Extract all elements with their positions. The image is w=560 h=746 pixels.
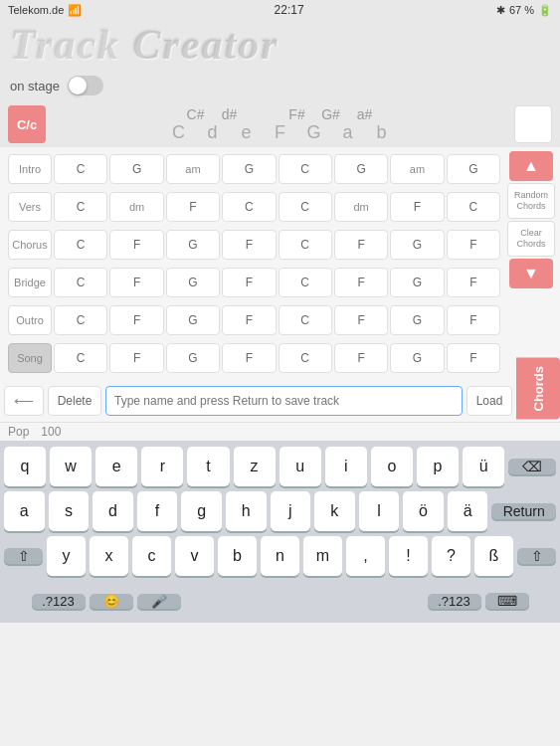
chord-cell[interactable]: C [279,192,332,222]
key-oe[interactable]: ö [403,491,444,531]
chord-cell[interactable]: G [390,343,444,373]
chord-cell[interactable]: C [222,192,276,222]
chord-cell[interactable]: dm [109,192,163,222]
key-f-sharp[interactable]: F# [286,106,308,122]
key-r[interactable]: r [141,447,183,486]
key-m[interactable]: m [303,536,342,576]
key-g[interactable]: G [303,122,325,143]
chord-cell[interactable]: F [447,268,500,297]
key-a-sharp[interactable]: a# [354,106,376,122]
key-h[interactable]: h [226,491,267,531]
chords-tab[interactable]: Chords [516,358,560,420]
shift-left-key[interactable]: ⇧ [4,548,43,564]
mic-key[interactable]: 🎤 [137,594,181,609]
backspace-key[interactable]: ⌫ [508,459,556,474]
key-u[interactable]: u [280,447,321,486]
chord-cell[interactable]: G [166,343,220,373]
key-z[interactable]: z [234,447,276,486]
chord-cell[interactable]: C [279,230,332,260]
chord-cell[interactable]: F [390,192,444,222]
delete-button[interactable]: Delete [48,386,101,416]
chord-cell[interactable]: F [447,305,500,335]
num-right-key[interactable]: .?123 [428,594,481,609]
chord-cell[interactable]: F [222,230,276,260]
chord-cell[interactable]: C [54,154,107,184]
key-v[interactable]: v [175,536,214,576]
chord-cell[interactable]: F [334,268,388,297]
key-a[interactable]: a [337,122,359,143]
track-label-song[interactable]: Song [8,343,52,373]
chord-cell[interactable]: G [447,154,500,184]
key-cc-button[interactable]: C/c [8,105,46,143]
key-e[interactable]: e [236,122,258,143]
key-s[interactable]: s [49,491,90,531]
on-stage-toggle[interactable] [68,76,103,95]
chord-cell[interactable]: F [109,343,163,373]
chord-cell[interactable]: C [447,192,500,222]
emoji-key[interactable]: 😊 [90,594,133,609]
key-e[interactable]: e [95,447,137,486]
track-label-chorus[interactable]: Chorus [8,230,52,260]
key-l[interactable]: l [359,491,400,531]
track-label-outro[interactable]: Outro [8,305,52,335]
chord-cell[interactable]: C [54,192,107,222]
key-c[interactable]: C [168,122,190,143]
chord-cell[interactable]: F [222,305,276,335]
chord-cell[interactable]: am [390,154,444,184]
key-k[interactable]: k [314,491,355,531]
key-ss[interactable]: ß [474,536,513,576]
chord-cell[interactable]: G [390,305,444,335]
chord-cell[interactable]: F [109,268,163,297]
chord-cell[interactable]: C [54,305,107,335]
chord-cell[interactable]: am [166,154,220,184]
key-y[interactable]: y [47,536,86,576]
chord-cell[interactable]: G [334,154,388,184]
chord-cell[interactable]: G [166,230,220,260]
arrow-down-button[interactable]: ▼ [509,259,553,288]
key-i[interactable]: i [325,447,367,486]
chord-cell[interactable]: F [447,343,500,373]
shift-right-key[interactable]: ⇧ [517,548,556,564]
num-left-key[interactable]: .?123 [32,594,86,609]
key-p[interactable]: p [417,447,459,486]
key-n[interactable]: n [261,536,299,576]
chord-cell[interactable]: C [279,268,332,297]
key-comma[interactable]: , [346,536,385,576]
track-label-intro[interactable]: Intro [8,154,52,184]
key-f[interactable]: F [270,122,291,143]
chord-cell[interactable]: F [166,192,220,222]
key-ue[interactable]: ü [463,447,504,486]
chord-cell[interactable]: C [279,305,332,335]
key-t[interactable]: t [187,447,229,486]
track-label-vers[interactable]: Vers [8,192,52,222]
random-chords-button[interactable]: RandomChords [507,183,555,219]
chord-cell[interactable]: G [390,230,444,260]
chord-cell[interactable]: F [334,343,388,373]
chord-cell[interactable]: C [279,343,332,373]
keyboard-icon-key[interactable]: ⌨ [485,593,529,609]
key-x[interactable]: x [90,536,128,576]
chord-cell[interactable]: G [109,154,163,184]
chord-cell[interactable]: G [222,154,276,184]
key-ae[interactable]: ä [448,491,488,531]
chord-cell[interactable]: F [334,230,388,260]
key-o[interactable]: o [371,447,413,486]
chord-cell[interactable]: F [109,230,163,260]
key-d-sharp[interactable]: d# [219,106,241,122]
key-question[interactable]: ? [432,536,470,576]
chord-cell[interactable]: G [166,268,220,297]
clear-chords-button[interactable]: ClearChords [507,221,555,257]
chord-cell[interactable]: G [390,268,444,297]
key-w[interactable]: w [50,447,92,486]
arrow-up-button[interactable]: ▲ [509,151,553,181]
key-b[interactable]: b [371,122,393,143]
key-f[interactable]: f [137,491,178,531]
chord-cell[interactable]: C [54,343,107,373]
load-button[interactable]: Load [467,386,512,416]
chord-cell[interactable]: F [109,305,163,335]
key-b[interactable]: b [218,536,257,576]
chord-cell[interactable]: F [222,268,276,297]
prev-track-button[interactable]: ⟵ [4,386,44,416]
key-d[interactable]: d [93,491,133,531]
track-name-input[interactable] [105,386,463,416]
